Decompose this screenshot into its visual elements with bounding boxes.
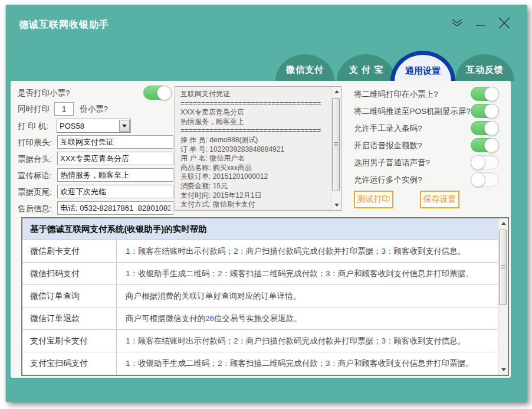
- footer-row: 票据页尾:: [18, 185, 52, 199]
- window-controls: [449, 15, 512, 31]
- receipt-footer-label: 票据页尾:: [18, 187, 52, 198]
- tab-general-settings[interactable]: 通用设置: [390, 51, 455, 81]
- voice-amount-label: 开启语音报金额数?: [354, 140, 422, 151]
- tab-label: 支 付 宝: [349, 64, 383, 76]
- receipt-line: 用 户 名: 微信用户名: [180, 154, 331, 163]
- help-row-desc: 1：顾客在结账时出示付款码；2：商户扫描付款码完成付款并打印票据；3：顾客收到支…: [117, 240, 498, 262]
- printer-label: 打 印 机:: [18, 121, 48, 132]
- app-window: 德诚互联网收银助手 微信支付 支 付 宝 通用设置 互动反馈 是否打印小票?: [6, 5, 527, 402]
- receipt-footer-input[interactable]: [57, 185, 173, 198]
- print-receipt-toggle[interactable]: [143, 86, 172, 100]
- manual-barcode-label: 允许手工录入条码?: [354, 123, 422, 134]
- toggle-knob: [484, 138, 499, 153]
- help-row-desc: 1：收银助手生成二维码；2：顾客扫描二维码完成付款；3：商户和顾客收到支付信息并…: [117, 263, 498, 284]
- receipt-preview-panel: 互联网支付凭证 ================================…: [175, 86, 341, 211]
- toggle-knob: [157, 86, 172, 100]
- printer-selected-value: POS58: [57, 122, 119, 130]
- dropdown-arrow-button[interactable]: [119, 120, 130, 132]
- screen: 德诚互联网收银助手 微信支付 支 付 宝 通用设置 互动反馈 是否打印小票?: [0, 0, 532, 409]
- tab-label: 互动反馈: [466, 64, 504, 76]
- store-title-label: 票据台头:: [18, 154, 52, 165]
- tab-label: 微信支付: [286, 64, 324, 76]
- receipt-scrollbar-thumb[interactable]: [332, 98, 340, 191]
- receipt-line: 商品名称: 购买xxx商品: [180, 163, 331, 173]
- receipt-scrollbar[interactable]: [331, 87, 341, 210]
- table-row: 微信扫码支付 1：收银助手生成二维码；2：顾客扫描二维码完成付款；3：商户和顾客…: [22, 263, 498, 285]
- qr-to-pos-display-toggle[interactable]: [471, 104, 499, 118]
- slogan-label: 宣传标语:: [18, 171, 52, 181]
- thumb-grip-icon: [501, 265, 505, 269]
- receipt-preview-text: 互联网支付凭证 ================================…: [175, 87, 331, 210]
- receipt-line: 操 作 员: demo888(测试): [180, 136, 331, 145]
- printer-row: 打 印 机:: [18, 119, 48, 133]
- receipt-line: 消费金额: 15元: [180, 182, 331, 191]
- multi-instance-label: 允许运行多个实例?: [354, 175, 422, 185]
- help-row-desc: 商户可根据微信支付的26位交易号实施交易退款。: [117, 307, 498, 329]
- collapse-icon[interactable]: [449, 15, 465, 31]
- store-title-row: 票据台头:: [18, 152, 52, 166]
- copies-prefix-label: 同时打印: [18, 104, 50, 114]
- help-row-desc: 1：顾客在结账时出示付款码；2：商户扫描付款码完成付款并打印票据；3：顾客收到支…: [117, 330, 498, 352]
- scroll-up-icon[interactable]: [498, 218, 508, 228]
- receipt-line: 支付方式: 微信刷卡支付: [180, 200, 331, 210]
- copies-input[interactable]: [54, 102, 74, 116]
- scroll-down-icon[interactable]: [331, 200, 341, 210]
- receipt-line: 订 单 号: 1022039283848884921: [180, 145, 331, 155]
- toggle-knob: [484, 87, 499, 102]
- receipt-line: 互联网支付凭证: [180, 90, 331, 99]
- help-table-header: 基于德诚互联网支付系统(收银助手)的实时帮助: [22, 218, 498, 240]
- help-row-name: 微信订单退款: [22, 307, 117, 329]
- help-table-scrollbar[interactable]: [498, 218, 508, 375]
- multi-instance-toggle[interactable]: [471, 172, 499, 186]
- help-row-name: 微信刷卡支付: [22, 240, 117, 262]
- scroll-up-icon[interactable]: [331, 87, 341, 97]
- manual-barcode-toggle[interactable]: [471, 121, 499, 135]
- table-row: 微信订单查询 商户根据消费的关联订单好查询对应的订单详情。: [22, 285, 498, 307]
- toggle-knob: [471, 155, 485, 170]
- toggle-knob: [484, 104, 499, 119]
- receipt-header-input[interactable]: [57, 135, 173, 149]
- male-voice-toggle[interactable]: [471, 155, 499, 169]
- copies-suffix-label: 份小票?: [80, 104, 108, 114]
- qr-on-receipt-toggle[interactable]: [471, 87, 499, 101]
- save-settings-button[interactable]: 保存设置: [420, 191, 459, 208]
- scroll-down-icon[interactable]: [498, 365, 508, 375]
- tab-label: 通用设置: [405, 66, 441, 77]
- receipt-line: ==================================: [180, 126, 331, 136]
- test-print-button[interactable]: 测试打印: [354, 191, 393, 208]
- receipt-line: 热情服务，顾客至上: [180, 117, 331, 127]
- table-row: 支付宝扫码支付 1：收银助手生成二维码；2：顾客扫描二维码完成付款；3：商户和顾…: [22, 352, 498, 375]
- copies-row: 同时打印 份小票?: [18, 102, 173, 116]
- help-row-name: 微信扫码支付: [22, 263, 117, 284]
- tab-feedback[interactable]: 互动反馈: [455, 54, 514, 81]
- help-scrollbar-thumb[interactable]: [499, 230, 507, 305]
- settings-panel: 是否打印小票? 同时打印 份小票? 打 印 机: POS58 打印票头: 票据台…: [11, 81, 511, 378]
- toggle-knob: [484, 121, 499, 136]
- aftersale-row: 售后信息:: [18, 201, 52, 216]
- male-voice-label: 选用男子普通话声音?: [354, 158, 430, 168]
- tab-wechat-pay[interactable]: 微信支付: [275, 54, 334, 81]
- print-receipt-label: 是否打印小票?: [18, 88, 70, 99]
- help-row-name: 支付宝扫码支付: [22, 352, 117, 375]
- close-icon[interactable]: [497, 15, 512, 31]
- help-row-name: 支付宝刷卡支付: [22, 330, 117, 352]
- receipt-line: 关联订单: 20151201000012: [180, 172, 331, 182]
- receipt-line: XXX专卖店青岛分店: [180, 108, 331, 117]
- store-title-input[interactable]: [57, 152, 173, 165]
- tab-alipay[interactable]: 支 付 宝: [337, 54, 396, 81]
- toggle-knob: [471, 172, 485, 187]
- qr-on-receipt-label: 将二维码打印在小票上?: [354, 89, 438, 100]
- aftersale-input[interactable]: [57, 201, 173, 215]
- minimize-icon[interactable]: [473, 15, 488, 31]
- help-row-desc: 1：收银助手生成二维码；2：顾客扫描二维码完成付款；3：商户和顾客收到支付信息并…: [117, 352, 498, 375]
- header-row: 打印票头:: [18, 135, 52, 150]
- help-table-body: 基于德诚互联网支付系统(收银助手)的实时帮助 微信刷卡支付 1：顾客在结账时出示…: [22, 218, 498, 375]
- table-row: 微信刷卡支付 1：顾客在结账时出示付款码；2：商户扫描付款码完成付款并打印票据；…: [22, 240, 498, 263]
- slogan-input[interactable]: [57, 168, 173, 182]
- voice-amount-toggle[interactable]: [471, 138, 499, 152]
- receipt-line: 支付时间: 2015年12月1日: [180, 191, 331, 201]
- aftersale-label: 售后信息:: [18, 204, 52, 214]
- help-table: 基于德诚互联网支付系统(收银助手)的实时帮助 微信刷卡支付 1：顾客在结账时出示…: [21, 217, 509, 376]
- window-title: 德诚互联网收银助手: [19, 19, 109, 31]
- printer-select[interactable]: POS58: [57, 119, 131, 133]
